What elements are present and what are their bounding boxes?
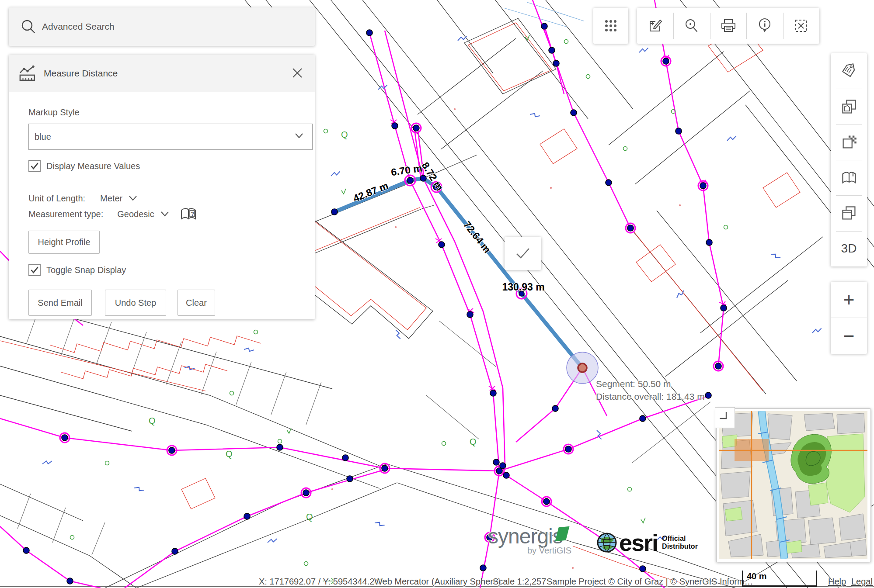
measurement-type-value[interactable]: Geodesic xyxy=(117,209,154,219)
edit-markup-icon xyxy=(648,18,663,34)
markup-style-value: blue xyxy=(35,132,51,142)
scale-label: Scale 1:2,257 xyxy=(493,577,546,587)
view-3d-label: 3D xyxy=(841,242,857,256)
svg-text:Q: Q xyxy=(341,130,348,139)
search-icon xyxy=(21,19,36,34)
copy-map-button[interactable] xyxy=(831,195,867,231)
measurement-type-label: Measurement type: xyxy=(28,209,103,219)
svg-text:Q: Q xyxy=(306,512,313,522)
measure-distance-panel: Measure Distance Markup Style blue Displ… xyxy=(9,55,315,319)
layer-transparency-icon xyxy=(841,134,857,150)
display-measure-values-checkbox[interactable] xyxy=(28,160,41,172)
projection-label: Web Mercator (Auxiliary Sphere) xyxy=(374,577,501,587)
measure-total-label: 130.93 m xyxy=(502,281,544,293)
help-link[interactable]: Help xyxy=(828,577,846,587)
height-profile-button[interactable]: Height Profile xyxy=(28,231,100,254)
print-button[interactable] xyxy=(710,8,746,44)
chevron-down-icon[interactable] xyxy=(129,195,137,201)
esri-sub1: Official xyxy=(662,535,698,543)
search-input[interactable]: Advanced Search xyxy=(42,21,115,32)
zoom-extent-icon xyxy=(793,18,809,34)
measure-distance-icon xyxy=(18,65,37,82)
send-email-button[interactable]: Send Email xyxy=(28,290,92,316)
tag-tool-button[interactable] xyxy=(831,53,867,89)
display-measure-values-row[interactable]: Display Measure Values xyxy=(28,160,140,172)
zoom-controls: + − xyxy=(831,282,867,354)
synergis-sub-text: by VertiGIS xyxy=(527,546,571,556)
copy-map-icon xyxy=(841,205,857,221)
zoom-to-point-button[interactable] xyxy=(673,8,710,44)
scalebar: 40 m xyxy=(742,571,817,587)
confirm-measurement-button[interactable] xyxy=(505,237,541,270)
esri-distributor-text: Official Distributor xyxy=(662,535,698,550)
display-measure-values-label: Display Measure Values xyxy=(46,161,140,171)
panel-title: Measure Distance xyxy=(44,68,118,79)
overall-distance-text: Distance overall: 181.43 m xyxy=(596,390,705,403)
svg-text:Q: Q xyxy=(226,449,233,459)
esri-logo-text: esri xyxy=(619,532,658,553)
info-button[interactable] xyxy=(746,8,783,44)
svg-text:Q: Q xyxy=(470,437,477,446)
apps-grid-icon xyxy=(603,18,618,33)
advanced-search-bar[interactable]: Advanced Search xyxy=(9,7,315,46)
esri-logo: esri Official Distributor xyxy=(596,532,698,553)
info-icon xyxy=(757,17,773,34)
panel-header: Measure Distance xyxy=(9,55,315,92)
compare-maps-button[interactable] xyxy=(831,89,867,124)
side-toolbar: 3D xyxy=(831,53,867,266)
toggle-snap-label: Toggle Snap Display xyxy=(46,265,126,275)
apps-grid-button[interactable] xyxy=(593,8,628,44)
zoom-out-button[interactable]: − xyxy=(831,318,867,354)
copyright-label: Sample Project © City of Graz | © SynerG… xyxy=(547,577,753,587)
compare-maps-icon xyxy=(841,98,857,115)
edit-markup-button[interactable] xyxy=(637,8,673,44)
measurement-type-row: Measurement type: Geodesic ? xyxy=(28,208,197,220)
measure-readout: Segment: 50.50 m Distance overall: 181.4… xyxy=(596,377,705,403)
checkbox-check-icon xyxy=(30,266,39,274)
zoom-in-button[interactable]: + xyxy=(831,282,867,318)
coordinates-readout: X: 1717692.07 / Y: 5954344.24 xyxy=(259,577,379,587)
overview-map-image xyxy=(719,411,867,559)
legal-link[interactable]: Legal xyxy=(851,577,873,587)
zoom-extent-button[interactable] xyxy=(783,8,819,44)
unit-of-length-row: Unit of Length: Meter xyxy=(28,193,137,204)
legend-book-icon xyxy=(841,169,857,186)
chevron-down-icon xyxy=(295,133,303,139)
unit-of-length-value[interactable]: Meter xyxy=(100,194,122,204)
close-panel-button[interactable] xyxy=(289,65,305,81)
measure-cursor-snap-marker xyxy=(567,352,598,384)
esri-sub2: Distributor xyxy=(662,543,698,550)
markup-style-select[interactable]: blue xyxy=(28,124,313,150)
view-3d-button[interactable]: 3D xyxy=(831,231,867,266)
layer-transparency-button[interactable] xyxy=(831,125,867,160)
checkmark-icon xyxy=(514,245,532,262)
clear-button[interactable]: Clear xyxy=(178,290,215,316)
zoom-to-point-icon xyxy=(684,18,700,34)
toggle-snap-checkbox[interactable] xyxy=(28,264,41,276)
unit-of-length-label: Unit of Length: xyxy=(28,194,85,204)
segment-distance-text: Segment: 50.50 m xyxy=(596,377,705,390)
esri-globe-icon xyxy=(596,532,617,553)
legend-book-button[interactable] xyxy=(831,160,867,195)
gis-application: Q Q Q Q Q 42.87 m 6.70 m 8. xyxy=(0,0,874,588)
close-icon xyxy=(292,67,303,79)
corner-arrow-icon xyxy=(717,410,729,421)
chevron-down-icon[interactable] xyxy=(160,211,169,217)
overview-map[interactable] xyxy=(716,408,871,562)
toggle-snap-row[interactable]: Toggle Snap Display xyxy=(28,264,126,276)
synergis-logo: synergis by VertiGIS xyxy=(488,524,571,556)
print-icon xyxy=(720,18,737,34)
minimap-collapse-button[interactable] xyxy=(715,407,735,428)
markup-style-label: Markup Style xyxy=(28,107,80,118)
undo-step-button[interactable]: Undo Step xyxy=(105,290,166,316)
help-book-icon[interactable]: ? xyxy=(180,207,197,221)
svg-text:Q: Q xyxy=(149,416,156,425)
svg-text:?: ? xyxy=(191,211,194,217)
checkbox-check-icon xyxy=(30,162,39,170)
tag-icon xyxy=(841,63,857,80)
scalebar-label: 40 m xyxy=(747,571,816,581)
map-toolbar xyxy=(637,8,819,44)
